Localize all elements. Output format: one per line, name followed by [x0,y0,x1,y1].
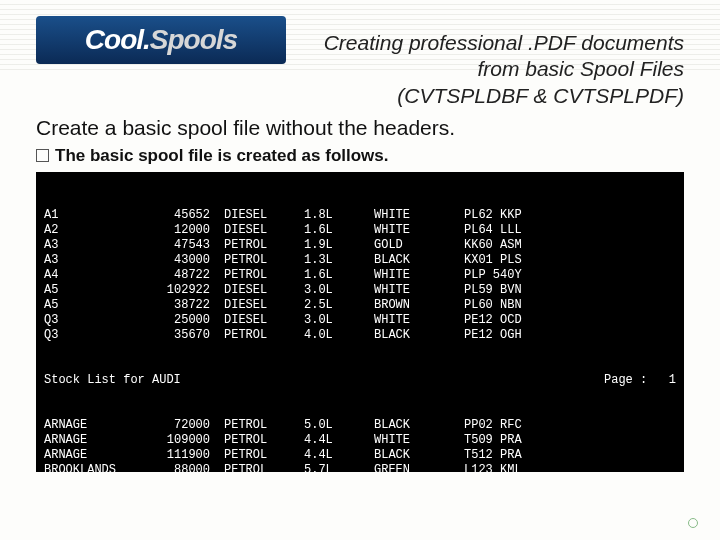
separator-row: Stock List for AUDI Page : 1 [44,373,676,388]
slide-subtitle: Create a basic spool file without the he… [36,116,684,140]
cell-c5: GREEN [374,463,464,472]
cell-c4: 1.6L [304,268,374,283]
title-line-1: Creating professional .PDF documents [324,30,684,56]
cell-c4: 4.4L [304,448,374,463]
table-row: BROOKLANDS88000PETROL5.7LGREENL123 KML [44,463,676,472]
cell-c1: A2 [44,223,154,238]
cell-c3: DIESEL [224,283,304,298]
cell-c6: PL64 LLL [464,223,564,238]
cell-c5: WHITE [374,313,464,328]
table-row: ARNAGE111900PETROL4.4LBLACKT512 PRA [44,448,676,463]
cell-c3: PETROL [224,448,304,463]
cell-c1: Q3 [44,328,154,343]
cell-c3: DIESEL [224,298,304,313]
cell-c5: WHITE [374,208,464,223]
bullet-text: The basic spool file is created as follo… [55,146,389,165]
cell-c1: A1 [44,208,154,223]
cell-c4: 4.4L [304,433,374,448]
table-row: ARNAGE72000PETROL5.0LBLACKPP02 RFC [44,418,676,433]
cell-c1: ARNAGE [44,448,154,463]
cell-c5: WHITE [374,223,464,238]
cell-c2: 35670 [154,328,224,343]
cell-c5: BLACK [374,448,464,463]
cell-c1: ARNAGE [44,418,154,433]
separator-left: Stock List for AUDI [44,373,181,388]
table-row: A5102922DIESEL3.0LWHITEPL59 BVN [44,283,676,298]
table-row: A448722PETROL1.6LWHITEPLP 540Y [44,268,676,283]
cell-c6: PP02 RFC [464,418,564,433]
cell-c6: PLP 540Y [464,268,564,283]
bullet-box-icon [36,149,49,162]
cell-c2: 47543 [154,238,224,253]
table-row: A212000DIESEL1.6LWHITEPL64 LLL [44,223,676,238]
cell-c6: PL59 BVN [464,283,564,298]
cell-c6: T509 PRA [464,433,564,448]
cell-c2: 43000 [154,253,224,268]
cell-c5: BROWN [374,298,464,313]
cell-c3: PETROL [224,433,304,448]
cell-c3: DIESEL [224,313,304,328]
cell-c6: PE12 OGH [464,328,564,343]
cell-c4: 1.3L [304,253,374,268]
cell-c2: 12000 [154,223,224,238]
cell-c1: A5 [44,298,154,313]
cell-c3: PETROL [224,268,304,283]
cell-c2: 48722 [154,268,224,283]
cell-c5: GOLD [374,238,464,253]
table-row: A347543PETROL1.9LGOLDKK60 ASM [44,238,676,253]
table-row: A145652DIESEL1.8LWHITEPL62 KKP [44,208,676,223]
cell-c4: 3.0L [304,313,374,328]
cell-c2: 25000 [154,313,224,328]
cell-c2: 88000 [154,463,224,472]
cell-c6: L123 KML [464,463,564,472]
cell-c3: DIESEL [224,223,304,238]
separator-right: Page : 1 [604,373,676,388]
table-row: A343000PETROL1.3LBLACKKX01 PLS [44,253,676,268]
cell-c5: WHITE [374,268,464,283]
cell-c2: 72000 [154,418,224,433]
cell-c1: ARNAGE [44,433,154,448]
cell-c4: 5.7L [304,463,374,472]
cell-c6: PL62 KKP [464,208,564,223]
cell-c4: 1.8L [304,208,374,223]
cell-c5: WHITE [374,283,464,298]
table-row: Q335670PETROL4.0LBLACKPE12 OGH [44,328,676,343]
terminal-spool-output: A145652DIESEL1.8LWHITEPL62 KKPA212000DIE… [36,172,684,472]
bullet-line: The basic spool file is created as follo… [36,146,389,166]
cell-c3: PETROL [224,238,304,253]
cell-c4: 1.9L [304,238,374,253]
cell-c2: 111900 [154,448,224,463]
cell-c5: BLACK [374,328,464,343]
cell-c4: 3.0L [304,283,374,298]
cell-c3: PETROL [224,463,304,472]
cell-c6: KK60 ASM [464,238,564,253]
cell-c1: A3 [44,238,154,253]
cell-c3: PETROL [224,328,304,343]
cell-c4: 5.0L [304,418,374,433]
coolspools-logo: Cool.Spools [36,16,286,64]
cell-c2: 45652 [154,208,224,223]
logo-text-1: Cool. [85,24,150,56]
title-line-2: from basic Spool Files [324,56,684,82]
slide-title: Creating professional .PDF documents fro… [324,30,684,109]
corner-decoration-icon [688,518,698,528]
cell-c2: 109000 [154,433,224,448]
cell-c2: 38722 [154,298,224,313]
cell-c5: BLACK [374,418,464,433]
cell-c3: PETROL [224,418,304,433]
cell-c6: PL60 NBN [464,298,564,313]
cell-c5: BLACK [374,253,464,268]
cell-c1: A4 [44,268,154,283]
cell-c1: A3 [44,253,154,268]
logo-text-2: Spools [150,24,237,56]
cell-c5: WHITE [374,433,464,448]
title-line-3: (CVTSPLDBF & CVTSPLPDF) [324,83,684,109]
cell-c6: KX01 PLS [464,253,564,268]
cell-c3: PETROL [224,253,304,268]
cell-c6: T512 PRA [464,448,564,463]
cell-c4: 4.0L [304,328,374,343]
table-row: ARNAGE109000PETROL4.4LWHITET509 PRA [44,433,676,448]
cell-c1: BROOKLANDS [44,463,154,472]
table-row: Q325000DIESEL3.0LWHITEPE12 OCD [44,313,676,328]
cell-c6: PE12 OCD [464,313,564,328]
